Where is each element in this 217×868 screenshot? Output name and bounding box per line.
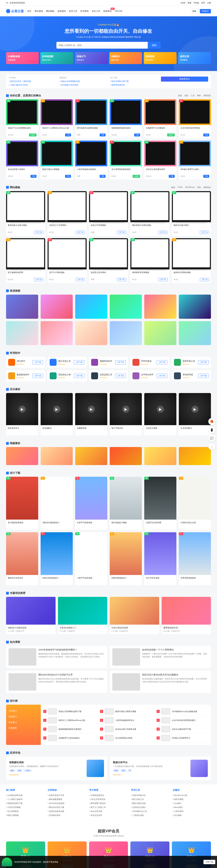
card-action-button[interactable]: 下载 (169, 175, 175, 178)
software-card[interactable]: PDF转换器★★★★★立即下载 (130, 357, 169, 368)
rank-item[interactable]: 1高端企业官网整站源码下载 (43, 707, 95, 716)
section-tab[interactable]: 精选 (172, 186, 175, 189)
download-button[interactable]: 立即下载 (75, 278, 85, 281)
category-tile[interactable]: 5.0新版来袭全新体验 (6, 52, 39, 64)
nav-item[interactable]: 新闻资讯 (103, 9, 112, 13)
nav-item[interactable]: 整站源码 (35, 9, 43, 13)
download-button[interactable]: 立即下载 (74, 360, 85, 364)
nav-item[interactable]: 游戏源码 (58, 9, 66, 13)
software-card[interactable]: 远程桌面工具★★★★★立即下载 (89, 370, 128, 381)
section-tab[interactable]: HTML (178, 186, 183, 189)
rank-item[interactable]: 1数据可视化大屏展示模板 (100, 707, 152, 716)
topic-card[interactable]: 夏季插画创作营5人付费 · 已更新10节 (162, 597, 211, 634)
software-card[interactable]: 视频剪辑软件★★★★★立即下载 (89, 357, 128, 368)
design-card[interactable]: 荐冬季雪景插画素材 (179, 532, 211, 585)
category-tile[interactable]: 使用文档详细教程 (178, 52, 211, 64)
footer-link[interactable]: • 网站安全防护方案 (48, 805, 86, 809)
footer-link[interactable]: • 配色方案生成器 (131, 801, 169, 805)
section-tab[interactable]: 精选 (178, 94, 182, 97)
download-button[interactable]: 立即下载 (200, 231, 209, 234)
news-card[interactable]: 2024年最值得学习的前端框架有哪些？随着前端技术的快速发展，越来越多的框架涌现… (6, 646, 107, 668)
nav-item[interactable]: 首页 (27, 9, 31, 13)
section-tab[interactable]: 工具 (191, 94, 195, 97)
download-button[interactable]: 立即下载 (34, 231, 43, 234)
topbar-link[interactable]: 手机版 (193, 2, 199, 4)
wallpaper-card[interactable] (110, 321, 142, 345)
design-card[interactable]: 热中国风水墨山水画 (179, 477, 211, 530)
footer-link[interactable]: • 后台模板 (173, 813, 211, 817)
footer-link[interactable]: • SEO优化实战指南 (48, 801, 86, 805)
topic-card[interactable]: 水彩技法基础入门3人付费 · 已更新8节 (58, 597, 107, 634)
section-tab[interactable]: 教程 (197, 94, 201, 97)
source-card[interactable]: 精自动化部署工具脚本¥19.00下载 (6, 141, 38, 180)
music-card[interactable]: 温馨钢琴曲 (75, 393, 107, 435)
footer-link[interactable]: • JSON格式化工具 (131, 809, 169, 813)
card-action-button[interactable]: 下载 (31, 175, 36, 178)
card-action-button[interactable]: 下载 (134, 133, 140, 136)
software-card[interactable]: 淘宝助手★★★★★立即下载 (6, 357, 45, 368)
music-card[interactable]: 电子节奏音效 (110, 393, 142, 435)
card-action-button[interactable]: 下载 (65, 175, 71, 178)
download-button[interactable]: 立即下载 (198, 374, 209, 378)
music-card[interactable]: 史诗级配乐 (41, 393, 73, 435)
source-card[interactable]: 荐简约风格作品集网站模板免费下载 (75, 99, 107, 138)
software-card[interactable]: 文件同步助手★★★★★立即下载 (130, 370, 169, 381)
footer-link[interactable]: • 企业建站源码合集 (6, 793, 44, 797)
template-card[interactable]: 热创意设计工作室网站¥5.00立即下载 (48, 191, 87, 236)
design-card[interactable]: 精新年祝福贺卡模板 (110, 477, 142, 530)
footer-link[interactable]: • 响应式模板 (173, 797, 211, 801)
source-card[interactable]: 精社区论坛系统整站程序¥25.00下载 (144, 141, 176, 180)
footer-link[interactable]: • 二维码生成器 (131, 813, 169, 817)
site-logo[interactable]: 众喜主题 (6, 9, 24, 13)
video-card[interactable] (144, 447, 176, 465)
software-card[interactable]: 数据恢复软件★★★★★立即下载 (6, 370, 45, 381)
nav-item[interactable]: VIP介绍 (115, 9, 122, 13)
footer-link[interactable]: • VIP会员专享资源 (89, 797, 128, 801)
wallpaper-card[interactable] (6, 321, 38, 345)
rank-tab[interactable]: 本周热门 (8, 714, 38, 720)
notice-link[interactable]: • 主题5.0版本正式发布 (9, 84, 56, 86)
design-card[interactable]: 精双12电商促销海报 (6, 477, 38, 530)
music-card[interactable]: 古风音乐素材 (144, 393, 176, 435)
rank-item[interactable]: 2企业CMS内容管理系统源码 (157, 716, 209, 725)
float-qr-icon[interactable]: 📱 (208, 426, 215, 433)
wallpaper-card[interactable] (110, 294, 142, 319)
search-input[interactable] (56, 42, 148, 49)
nav-item[interactable]: 软件工具 (69, 9, 77, 13)
template-card[interactable]: 精餐饮美食行业网站模板¥9.00立即下载 (130, 191, 169, 236)
download-button[interactable]: 立即下载 (198, 360, 209, 364)
template-card[interactable]: 精律师事务所官网模板¥9.00立即下载 (130, 238, 169, 283)
design-card[interactable]: 精小寒节气创意海报 (75, 532, 107, 585)
wallpaper-card[interactable] (179, 321, 211, 345)
rank-item[interactable]: 4后台管理系统UI框架 (100, 734, 152, 743)
card-action-button[interactable]: 下载 (203, 175, 209, 178)
video-card[interactable] (41, 447, 73, 465)
download-button[interactable]: 立即下载 (158, 278, 168, 281)
category-tile[interactable]: 多终端适配响应式设计 (40, 52, 73, 64)
rank-item[interactable]: 2响应式个人博客WordPress主题 (43, 716, 95, 725)
source-card[interactable]: 热API接口管理平台源码¥9.00下载 (179, 141, 211, 180)
card-action-button[interactable]: 下载 (203, 133, 209, 136)
topbar-link[interactable]: 登录 (201, 2, 205, 4)
section-tab[interactable]: 源码 (185, 94, 188, 97)
download-button[interactable]: 立即下载 (158, 231, 168, 234)
category-tile[interactable]: 高端大气精美设计 (75, 52, 107, 64)
design-card[interactable]: 热清新花卉邀请函设计 (41, 477, 73, 530)
software-card[interactable]: 屏幕录制工具★★★★★立即下载 (172, 357, 211, 368)
download-button[interactable]: 立即下载 (157, 360, 167, 364)
notice-link[interactable]: • 电商系统源码包 (110, 84, 157, 86)
video-card[interactable] (110, 447, 142, 465)
video-card[interactable] (179, 447, 211, 465)
post-button[interactable]: 投稿 (190, 9, 198, 13)
notice-link[interactable]: • 响应式博客主题下载 (110, 80, 157, 83)
source-card[interactable]: 精数据可视化大屏模板¥5.00下载 (41, 141, 73, 180)
footer-link[interactable]: • 小程序开发模板 (6, 805, 44, 809)
footer-link[interactable]: • 在线代码格式化 (131, 793, 169, 797)
footer-link[interactable]: • 商城系统源码下载 (6, 801, 44, 805)
vip-button[interactable]: 开通VIP (200, 9, 211, 13)
topbar-link[interactable]: 注册 (207, 2, 211, 4)
video-card[interactable] (75, 447, 107, 465)
float-coupon-icon[interactable]: 🎁 (208, 418, 215, 425)
music-card[interactable]: 企业宣传配乐 (179, 393, 211, 435)
promo-badge[interactable]: 新购享折扣 (161, 76, 208, 82)
